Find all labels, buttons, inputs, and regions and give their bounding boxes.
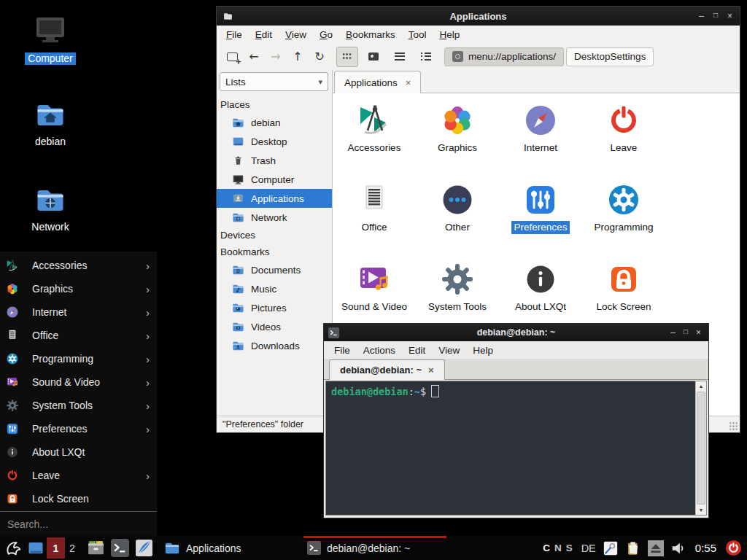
fm-titlebar[interactable]: Applications – □ × — [217, 7, 740, 26]
workspace-2-button[interactable]: 2 — [65, 537, 80, 559]
computer-icon — [31, 12, 70, 47]
tab-close-icon[interactable]: × — [406, 77, 411, 88]
menu-view[interactable]: View — [279, 28, 313, 42]
power-button[interactable] — [725, 540, 742, 556]
tab-close-icon[interactable]: × — [428, 365, 434, 376]
reload-button[interactable]: ↻ — [309, 47, 330, 67]
scroll-up-icon[interactable] — [696, 381, 706, 391]
app-item-graphics[interactable]: Graphics — [416, 98, 499, 177]
thumbnail-view-button[interactable] — [363, 47, 384, 67]
desktop-icon-network[interactable]: Network — [17, 185, 84, 233]
search-input[interactable] — [0, 518, 157, 530]
sidebar-item-pictures[interactable]: Pictures — [217, 298, 332, 317]
show-desktop-button[interactable] — [25, 536, 47, 560]
app-item-internet[interactable]: Internet — [499, 98, 582, 177]
icon-view-button[interactable] — [336, 47, 358, 67]
sidebar-item-downloads[interactable]: Downloads — [217, 336, 332, 355]
menu-view[interactable]: View — [432, 343, 466, 357]
taskbar-task-terminal[interactable]: debian@debian: ~ — [303, 536, 446, 560]
menu-item-programming[interactable]: Programming — [0, 347, 157, 370]
start-menu-button[interactable] — [0, 536, 25, 560]
menu-tool[interactable]: Tool — [402, 28, 433, 42]
menu-file[interactable]: File — [220, 28, 249, 42]
app-item-programming[interactable]: Programming — [582, 177, 665, 257]
terminal-launcher[interactable] — [111, 539, 129, 557]
forward-button[interactable]: → — [265, 47, 287, 67]
menu-actions[interactable]: Actions — [357, 343, 402, 357]
sidebar-item-documents[interactable]: Documents — [217, 260, 332, 279]
minimize-button[interactable]: – — [670, 328, 676, 337]
menu-item-system-tools[interactable]: System Tools — [0, 394, 157, 417]
file-manager-launcher[interactable] — [87, 539, 105, 557]
clipboard-tray-icon[interactable] — [625, 540, 641, 556]
menu-item-leave[interactable]: Leave — [0, 464, 157, 487]
close-button[interactable]: × — [696, 328, 701, 337]
path-button-current[interactable]: menu://applications/ — [444, 47, 564, 66]
menu-file[interactable]: File — [328, 343, 357, 357]
removable-media-icon[interactable] — [648, 540, 664, 556]
sidebar-item-videos[interactable]: Videos — [217, 317, 332, 336]
menu-bookmarks[interactable]: Bookmarks — [339, 28, 402, 42]
menu-edit[interactable]: Edit — [249, 28, 279, 42]
path-button-desktopsettings[interactable]: DesktopSettings — [566, 47, 654, 66]
menu-item-accessories[interactable]: Accessories — [0, 254, 157, 277]
app-item-leave[interactable]: Leave — [582, 98, 665, 177]
menu-item-lock-screen[interactable]: Lock Screen — [0, 487, 157, 510]
terminal-output[interactable]: debian@debian:~$ — [326, 381, 696, 515]
app-item-other[interactable]: Other — [416, 177, 499, 257]
scroll-down-icon[interactable] — [696, 505, 706, 515]
submenu-arrow-icon — [146, 260, 150, 271]
sidebar-item-desktop[interactable]: Desktop — [217, 132, 332, 151]
app-item-preferences[interactable]: Preferences — [499, 177, 582, 257]
menu-item-office[interactable]: Office — [0, 324, 157, 347]
terminal-scrollbar[interactable] — [695, 381, 706, 515]
menu-help[interactable]: Help — [466, 343, 500, 357]
sidebar-item-network[interactable]: Network — [217, 208, 332, 227]
up-button[interactable]: ↑ — [287, 47, 309, 67]
side-pane-selector[interactable]: Lists — [220, 72, 328, 91]
maximize-button[interactable]: □ — [684, 328, 688, 337]
sidebar-item-computer[interactable]: Computer — [217, 170, 332, 189]
maximize-button[interactable]: □ — [713, 12, 718, 20]
app-item-accessories[interactable]: Accessories — [333, 98, 416, 177]
volume-icon[interactable] — [670, 540, 686, 556]
submenu-arrow-icon — [146, 307, 150, 318]
menu-item-internet[interactable]: Internet — [0, 300, 157, 324]
tab-applications[interactable]: Applications × — [334, 71, 421, 93]
menu-go[interactable]: Go — [313, 28, 339, 42]
sidebar-item-applications[interactable]: Applications — [217, 189, 332, 208]
taskbar-task-applications[interactable]: Applications — [160, 536, 303, 560]
clock[interactable]: 0:55 — [695, 542, 716, 554]
close-button[interactable]: × — [727, 12, 732, 20]
compact-view-icon — [421, 52, 431, 61]
tab-terminal-session[interactable]: debian@debian: ~ × — [329, 359, 445, 380]
menu-edit[interactable]: Edit — [402, 343, 432, 357]
keyboard-layout[interactable]: DE — [581, 542, 596, 554]
desktop-icon-debian[interactable]: debian — [17, 100, 84, 148]
music-folder-icon — [232, 283, 244, 295]
home-folder-icon — [33, 100, 68, 131]
scrollbar-thumb[interactable] — [697, 392, 705, 505]
desktop-icon-computer[interactable]: Computer — [17, 12, 84, 65]
sidebar-item-debian[interactable]: debian — [217, 113, 332, 132]
menu-help[interactable]: Help — [433, 28, 466, 42]
back-button[interactable]: ← — [243, 47, 265, 67]
minimize-button[interactable]: – — [699, 12, 704, 20]
terminal-titlebar[interactable]: debian@debian: ~ – □ × — [324, 324, 708, 341]
new-tab-button[interactable] — [221, 47, 243, 67]
menu-item-about-lxqt[interactable]: About LXQt — [0, 440, 157, 464]
app-label: Other — [442, 221, 473, 234]
app-label: Lock Screen — [593, 300, 654, 314]
sidebar-item-music[interactable]: Music — [217, 279, 332, 298]
app-item-office[interactable]: Office — [333, 177, 416, 257]
menu-item-sound-video[interactable]: Sound & Video — [0, 370, 157, 394]
sidebar-item-trash[interactable]: Trash — [217, 151, 332, 170]
workspace-1-button[interactable]: 1 — [47, 537, 65, 559]
detailed-list-button[interactable] — [389, 47, 411, 67]
menu-item-preferences[interactable]: Preferences — [0, 417, 157, 440]
text-editor-launcher[interactable] — [135, 539, 153, 557]
screenshot-tray-icon[interactable] — [603, 540, 619, 556]
compact-view-button[interactable] — [415, 47, 437, 67]
menu-item-graphics[interactable]: Graphics — [0, 277, 157, 300]
keyboard-indicator[interactable]: C N S — [543, 542, 573, 553]
